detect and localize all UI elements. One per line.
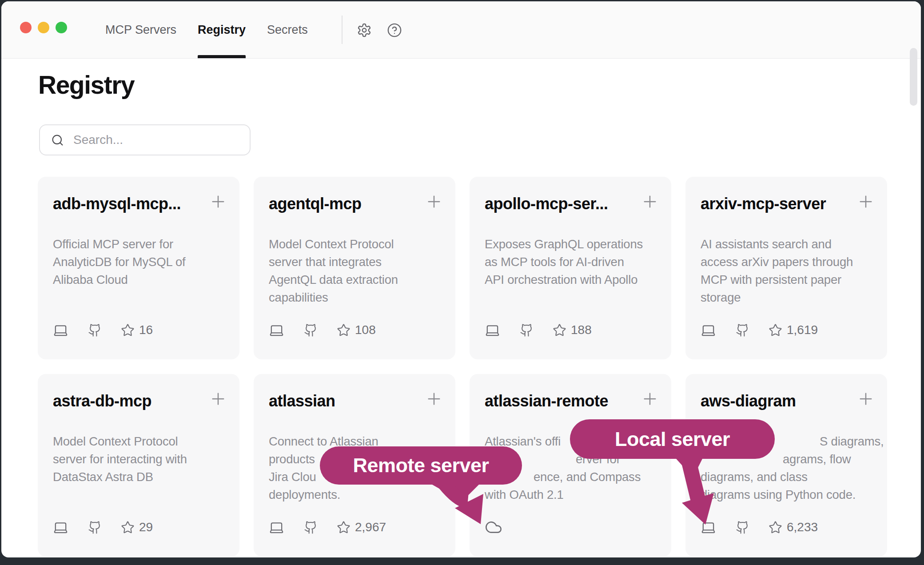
add-server-button[interactable] [422,387,446,410]
zoom-window-button[interactable] [56,22,67,33]
server-name: arxiv-mcp-server [701,195,847,213]
server-description: Model Context Protocol server for intera… [53,433,228,486]
description-line: diagrams using Python code. [701,486,876,504]
card-footer: 2,967 [269,518,386,536]
laptop-icon [269,322,284,338]
add-server-button[interactable] [638,190,661,213]
search-input[interactable] [72,132,243,147]
add-server-button[interactable] [422,190,446,213]
app-window: MCP Servers Registry Secrets Registry [1,1,921,557]
search-box[interactable] [39,124,251,155]
star-count: 6,233 [787,520,818,534]
github-icon [736,323,749,337]
server-name: adb-mysql-mcp... [53,195,199,213]
star-icon [121,521,135,534]
add-server-button[interactable] [854,190,877,213]
remote-server-callout: Remote server [320,446,522,485]
description-line: with OAuth 2.1 [485,486,660,504]
tab-mcp-servers[interactable]: MCP Servers [105,1,176,58]
settings-button[interactable] [356,22,372,38]
laptop-icon [269,520,284,535]
laptop-icon [53,322,68,338]
star-count: 108 [355,323,376,337]
description-line: DataStax Astra DB [53,468,228,486]
github-icon [520,323,534,337]
server-name: aws-diagram [701,392,847,410]
github-icon [304,323,318,337]
card-footer: 29 [53,518,153,536]
description-line: server for interacting with [53,450,228,468]
laptop-icon [53,520,68,535]
server-description: Model Context Protocol server that integ… [269,235,444,306]
add-server-button[interactable] [207,387,230,410]
description-line: AnalyticDB for MySQL of [53,253,228,271]
laptop-icon [701,520,716,535]
server-card-astra-db[interactable]: astra-db-mcp Model Context Protocol serv… [38,374,239,557]
star-icon [121,323,135,337]
description-line: access arXiv papers through [701,253,876,271]
description-line: server that integrates [269,253,444,271]
card-footer: 6,233 [701,518,818,536]
title-bar: MCP Servers Registry Secrets [1,1,921,59]
server-name: apollo-mcp-ser... [485,195,631,213]
server-card-grid: adb-mysql-mcp... Official MCP server for… [38,177,887,557]
plus-icon [425,192,443,211]
github-icon [88,323,102,337]
minimize-window-button[interactable] [38,22,49,33]
server-card-arxiv[interactable]: arxiv-mcp-server AI assistants search an… [685,177,887,359]
plus-icon [641,192,659,211]
server-card-adb-mysql[interactable]: adb-mysql-mcp... Official MCP server for… [38,177,239,359]
description-line: Official MCP server for [53,235,228,253]
plus-icon [641,390,659,408]
description-line: API orchestration with Apollo [485,271,660,289]
star-icon [337,521,350,534]
cloud-icon [485,518,502,536]
scrollbar-thumb[interactable] [910,48,917,106]
help-button[interactable] [386,22,402,38]
star-count: 29 [139,520,153,534]
server-description: AI assistants search and access arXiv pa… [701,235,876,306]
description-line: as MCP tools for AI-driven [485,253,660,271]
github-icon [88,521,102,534]
description-line: Exposes GraphQL operations [485,235,660,253]
card-footer [485,518,502,536]
description-line: storage [701,289,876,306]
plus-icon [209,390,227,408]
card-footer: 1,619 [701,321,818,339]
description-line: deployments. [269,486,444,504]
star-icon [337,323,350,337]
plus-icon [856,390,875,408]
star-icon [769,323,782,337]
tab-registry[interactable]: Registry [198,1,246,58]
star-count: 188 [571,323,592,337]
add-server-button[interactable] [854,387,877,410]
card-footer: 188 [485,321,592,339]
page-title: Registry [38,70,134,99]
description-line: Model Context Protocol [269,235,444,253]
server-description: Official MCP server for AnalyticDB for M… [53,235,228,289]
star-icon [769,521,782,534]
star-icon [553,323,566,337]
server-name: astra-db-mcp [53,392,199,410]
nav-tabs: MCP Servers Registry Secrets [105,1,308,58]
server-card-apollo[interactable]: apollo-mcp-ser... Exposes GraphQL operat… [470,177,671,359]
plus-icon [425,390,443,408]
server-description: Exposes GraphQL operations as MCP tools … [485,235,660,289]
tab-secrets[interactable]: Secrets [267,1,308,58]
description-line: MCP with persistent paper [701,271,876,289]
star-count: 2,967 [355,520,386,534]
gear-icon [357,23,372,38]
laptop-icon [701,322,716,338]
server-card-aws-diagram[interactable]: aws-diagram S diagrams, agrams, flow dia… [685,374,887,557]
github-icon [304,521,318,534]
plus-icon [856,192,875,211]
star-count: 1,619 [787,323,818,337]
github-icon [736,521,749,534]
server-card-agentql[interactable]: agentql-mcp Model Context Protocol serve… [254,177,455,359]
close-window-button[interactable] [20,22,32,33]
help-icon [387,23,402,38]
add-server-button[interactable] [638,387,661,410]
header-divider [342,16,343,44]
laptop-icon [485,322,500,338]
add-server-button[interactable] [207,190,230,213]
